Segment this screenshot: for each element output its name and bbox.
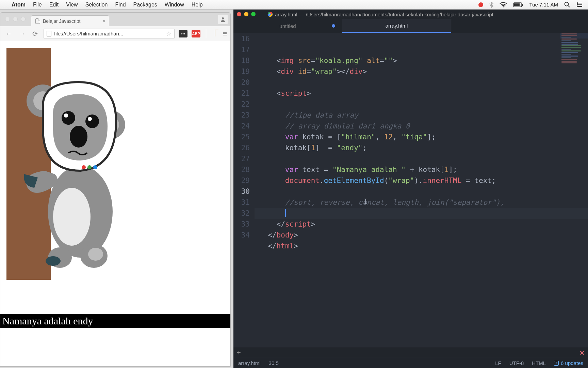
chrome-traffic-lights[interactable] xyxy=(5,17,26,21)
atom-tab-label: array.html xyxy=(386,23,408,29)
app-name[interactable]: Atom xyxy=(12,2,26,8)
chrome-profile-button[interactable] xyxy=(218,15,228,24)
menu-edit[interactable]: Edit xyxy=(49,2,59,8)
code-line[interactable]: kotak[1] = "endy"; xyxy=(255,142,588,153)
code-line[interactable]: var text = "Namanya adalah " + kotak[1]; xyxy=(255,164,588,175)
devtools-icon[interactable]: ⎾ xyxy=(212,30,218,37)
status-updates[interactable]: 6 updates xyxy=(554,360,583,366)
code-line[interactable] xyxy=(255,153,588,164)
line-number: 19 xyxy=(233,66,250,77)
menu-selection[interactable]: Selection xyxy=(85,2,108,8)
bluetooth-icon[interactable] xyxy=(489,2,493,8)
battery-icon[interactable] xyxy=(513,2,523,7)
code-line[interactable]: </body> xyxy=(255,230,588,241)
code-line[interactable]: // array dimulai dari angka 0 xyxy=(255,121,588,132)
file-icon xyxy=(47,31,51,36)
status-grammar[interactable]: HTML xyxy=(532,360,546,366)
code-line[interactable] xyxy=(255,208,588,219)
code-line[interactable]: </html> xyxy=(255,241,588,251)
atom-title-file: array.html xyxy=(275,12,297,17)
svg-point-12 xyxy=(222,17,224,19)
atom-editor[interactable]: 16171819202122232425262728293031323334 <… xyxy=(233,33,588,348)
menu-packages[interactable]: Packages xyxy=(133,2,157,8)
chrome-tab[interactable]: Belajar Javascript × xyxy=(31,15,109,26)
bookmark-star-icon[interactable]: ☆ xyxy=(166,30,172,37)
wifi-icon[interactable] xyxy=(500,2,507,7)
atom-traffic-lights[interactable] xyxy=(237,12,256,16)
code-line[interactable] xyxy=(255,77,588,88)
svg-point-0 xyxy=(503,6,504,7)
line-number: 32 xyxy=(233,208,250,219)
menu-window[interactable]: Window xyxy=(165,2,184,8)
code-line[interactable] xyxy=(255,99,588,110)
macos-menubar: Atom File Edit View Selection Find Packa… xyxy=(0,0,588,10)
svg-point-10 xyxy=(577,4,578,5)
code-line[interactable]: </script> xyxy=(255,219,588,230)
forward-button[interactable]: → xyxy=(17,30,27,37)
svg-point-18 xyxy=(53,188,91,246)
svg-point-24 xyxy=(64,113,68,118)
code-line[interactable] xyxy=(255,251,588,262)
atom-zoom-icon[interactable] xyxy=(251,12,256,16)
svg-rect-2 xyxy=(514,3,520,6)
editor-code[interactable]: <img src="koala.png" alt=""> <div id="wr… xyxy=(255,33,588,348)
svg-point-11 xyxy=(577,6,578,7)
menu-help[interactable]: Help xyxy=(192,2,203,8)
reload-button[interactable]: ⟳ xyxy=(31,30,39,38)
svg-point-23 xyxy=(62,111,75,125)
menubar-clock[interactable]: Tue 7:11 AM xyxy=(529,2,558,7)
svg-point-29 xyxy=(87,165,92,169)
code-line[interactable] xyxy=(255,186,588,197)
status-eol[interactable]: LF xyxy=(495,360,501,366)
line-number: 29 xyxy=(233,175,250,186)
chrome-close-icon[interactable] xyxy=(5,17,10,21)
code-line[interactable]: <script> xyxy=(255,88,588,99)
text-cursor-icon: I xyxy=(363,196,368,207)
menu-file[interactable]: File xyxy=(33,2,42,8)
atom-title-path: — /Users/hilmanramadhan/Documents/tutori… xyxy=(299,12,493,17)
code-line[interactable]: var kotak = ["hilman", 12, "tiqa"]; xyxy=(255,132,588,142)
line-number: 33 xyxy=(233,219,250,230)
code-line[interactable]: <div id="wrap"></div> xyxy=(255,66,588,77)
line-number: 16 xyxy=(233,33,250,44)
spotlight-icon[interactable] xyxy=(564,2,570,8)
screen-record-icon[interactable] xyxy=(478,2,483,7)
menu-find[interactable]: Find xyxy=(115,2,126,8)
minimap[interactable] xyxy=(560,33,588,104)
line-number: 18 xyxy=(233,55,250,66)
code-line[interactable]: //sort, reverse, concat, length, join("s… xyxy=(255,197,588,208)
tab-close-icon[interactable]: × xyxy=(103,18,105,24)
code-line[interactable]: document.getElementById("wrap").innerHTM… xyxy=(255,175,588,186)
atom-close-icon[interactable] xyxy=(237,12,241,16)
adblock-extension-icon[interactable]: ABP xyxy=(192,30,200,37)
line-number: 23 xyxy=(233,110,250,121)
chrome-zoom-icon[interactable] xyxy=(21,17,26,21)
status-encoding[interactable]: UTF-8 xyxy=(509,360,524,366)
menu-view[interactable]: View xyxy=(66,2,78,8)
chrome-minimize-icon[interactable] xyxy=(13,17,18,21)
atom-tab-untitled[interactable]: untitled xyxy=(233,19,342,33)
code-line[interactable]: <img src="koala.png" alt=""> xyxy=(255,55,588,66)
chrome-toolbar: ← → ⟳ file:///Users/hilmanramadhan... ☆ … xyxy=(0,26,230,41)
notification-center-icon[interactable] xyxy=(576,2,583,7)
chrome-tab-title: Belajar Javascript xyxy=(43,18,81,24)
toolbar-separator xyxy=(206,29,206,38)
atom-minimize-icon[interactable] xyxy=(244,12,248,16)
svg-point-9 xyxy=(577,2,578,4)
add-tab-button[interactable]: + xyxy=(237,349,241,357)
chrome-menu-icon[interactable]: ≡ xyxy=(223,29,227,38)
line-number: 20 xyxy=(233,77,250,88)
code-line[interactable]: //tipe data array xyxy=(255,110,588,121)
status-cursor[interactable]: 30:5 xyxy=(269,360,279,366)
close-panel-button[interactable]: ✕ xyxy=(579,349,585,357)
extension-badge[interactable]: ••• xyxy=(179,30,187,37)
line-number: 17 xyxy=(233,44,250,55)
chrome-window: Belajar Javascript × ← → ⟳ file:///Users… xyxy=(0,12,231,367)
svg-point-27 xyxy=(70,126,87,148)
svg-point-28 xyxy=(82,165,86,169)
status-file[interactable]: array.html xyxy=(238,360,261,366)
back-button[interactable]: ← xyxy=(4,30,13,37)
address-bar[interactable]: file:///Users/hilmanramadhan... ☆ xyxy=(44,29,175,39)
atom-tab-label: untitled xyxy=(279,23,296,29)
atom-tab-array[interactable]: array.html xyxy=(342,19,451,33)
